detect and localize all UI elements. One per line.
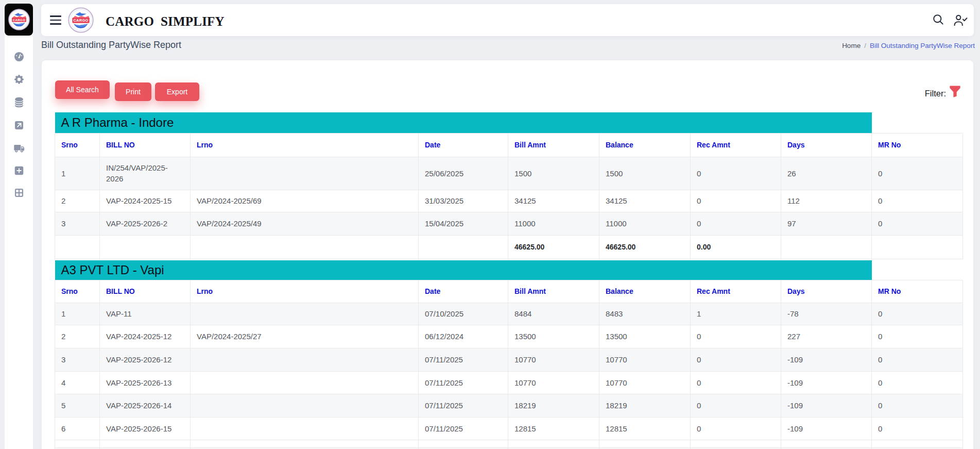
svg-text:CARGO: CARGO <box>73 18 88 23</box>
